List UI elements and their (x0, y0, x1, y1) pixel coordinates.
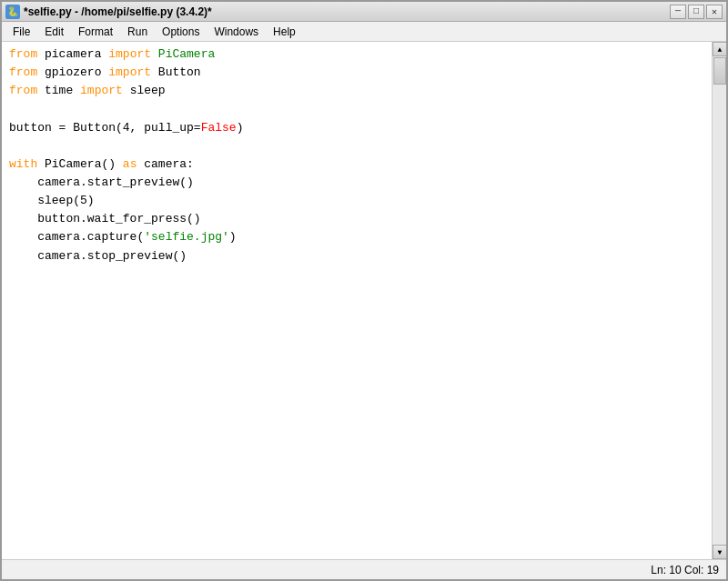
scroll-down-button[interactable]: ▼ (713, 545, 726, 559)
status-bar: Ln: 10 Col: 19 (2, 559, 726, 579)
code-line-7: with PiCamera() as camera: (9, 155, 704, 174)
menu-windows[interactable]: Windows (207, 24, 266, 40)
window-controls: ─ □ ✕ (670, 5, 723, 19)
vertical-scrollbar[interactable]: ▲ ▼ (712, 42, 726, 559)
title-bar: 🐍 *selfie.py - /home/pi/selfie.py (3.4.2… (2, 2, 726, 22)
code-line-4 (9, 100, 704, 118)
menu-bar: File Edit Format Run Options Windows Hel… (2, 22, 726, 42)
code-line-1: from picamera import PiCamera (9, 45, 704, 64)
code-line-5: button = Button(4, pull_up=False) (9, 119, 704, 137)
scroll-up-button[interactable]: ▲ (713, 42, 726, 56)
menu-edit[interactable]: Edit (37, 24, 71, 40)
code-line-6 (9, 137, 704, 155)
cursor-position: Ln: 10 Col: 19 (651, 564, 719, 576)
menu-help[interactable]: Help (266, 24, 303, 40)
editor-area: from picamera import PiCamera from gpioz… (2, 42, 726, 559)
menu-run[interactable]: Run (120, 24, 155, 40)
code-line-11: camera.capture('selfie.jpg') (9, 228, 704, 246)
code-line-8: camera.start_preview() (9, 174, 704, 192)
code-line-12: camera.stop_preview() (9, 247, 704, 265)
menu-file[interactable]: File (5, 24, 37, 40)
code-line-10: button.wait_for_press() (9, 210, 704, 228)
scrollbar-thumb[interactable] (713, 57, 726, 85)
window-title: *selfie.py - /home/pi/selfie.py (3.4.2)* (24, 5, 212, 18)
minimize-button[interactable]: ─ (670, 5, 686, 19)
code-line-3: from time import sleep (9, 82, 704, 100)
menu-options[interactable]: Options (155, 24, 207, 40)
scrollbar-track[interactable] (713, 56, 726, 545)
app-icon: 🐍 (5, 5, 20, 19)
code-line-9: sleep(5) (9, 192, 704, 210)
maximize-button[interactable]: □ (688, 5, 704, 19)
code-editor[interactable]: from picamera import PiCamera from gpioz… (2, 42, 712, 559)
title-bar-left: 🐍 *selfie.py - /home/pi/selfie.py (3.4.2… (5, 5, 212, 19)
close-button[interactable]: ✕ (706, 5, 723, 19)
main-window: 🐍 *selfie.py - /home/pi/selfie.py (3.4.2… (0, 0, 728, 581)
menu-format[interactable]: Format (71, 24, 120, 40)
code-line-2: from gpiozero import Button (9, 64, 704, 82)
